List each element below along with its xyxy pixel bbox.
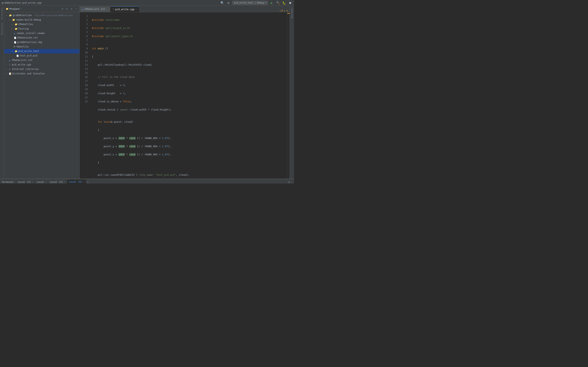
cmake-tab-icon: ▲ [82, 8, 83, 10]
sidebar-item-cmakelists[interactable]: ▲ CMakeLists.txt [4, 58, 79, 62]
folder-icon: 📁 [6, 8, 9, 10]
sidebar-header: 📁 Project ▾ ⊕ ≡ ⚙ − [4, 6, 79, 12]
collapse-all-icon[interactable]: ≡ [65, 7, 69, 11]
run-config[interactable]: pcd_write_test | Debug ▾ [232, 1, 268, 5]
sidebar-item-testing[interactable]: ▸ 📁 Testing [4, 26, 79, 31]
terminal-minimize-icon[interactable]: − [291, 180, 292, 184]
terminal-tab-local3[interactable]: Local (3) ✕ [48, 180, 67, 184]
minimize-sidebar-icon[interactable]: − [74, 7, 78, 11]
chevron-down-icon: ▾ [21, 8, 22, 10]
terminal-local-label: Local [37, 181, 44, 184]
sidebar-item-grabdetection-cbp[interactable]: 📄 grabDetection.cbp [4, 40, 79, 44]
title-bar: grabDetection pcd_write.cpp 🔍 ⚙ pcd_writ… [0, 0, 294, 6]
sidebar-title: 📁 Project ▾ [6, 8, 22, 10]
cmake-tab-label: CMakeLists.txt [85, 8, 105, 11]
terminal-tab-local4[interactable]: Local (4) ✕ [67, 180, 86, 184]
editor-area: ▲ CMakeLists.txt ✕ C pcd_write.cpp ✕ ⚠ 9… [80, 6, 290, 179]
sidebar-item-scratches[interactable]: ▸ 📝 Scratches and Consoles [4, 71, 79, 76]
editor-gutter [287, 12, 290, 179]
tab-bar: ▲ CMakeLists.txt ✕ C pcd_write.cpp ✕ ⚠ 9… [80, 6, 290, 12]
add-terminal-button[interactable]: + [87, 180, 89, 184]
debug-button[interactable]: 🐛 [282, 1, 286, 5]
warning-badge: ⚠ 9 ▾ ∧ [280, 9, 290, 12]
right-panel: Database [290, 6, 294, 179]
search-icon[interactable]: 🔍 [220, 1, 225, 5]
main-layout: Structure Favorites 📁 Project ▾ ⊕ ≡ ⚙ − … [0, 6, 294, 179]
sidebar-actions: ⊕ ≡ ⚙ − [61, 7, 78, 11]
structure-panel-tab[interactable]: Structure [0, 6, 4, 21]
terminal-local4-label: Local (4) [69, 180, 82, 183]
sidebar-title-label: Project [9, 8, 20, 10]
code-editor[interactable]: #include <iostream> #include <pcl/io/pcd… [90, 12, 287, 179]
terminal-local2-label: Local (2) [18, 181, 31, 184]
tab-cmakelists[interactable]: ▲ CMakeLists.txt ✕ [80, 6, 110, 12]
sidebar-item-cmakefiles[interactable]: ▸ 📁 CMakeFiles [4, 22, 79, 26]
terminal-area: Terminal: Local (2) ✕ Local ✕ Local (3) … [0, 179, 294, 184]
sidebar-item-cmake-install[interactable]: ▲ cmake_install.cmake [4, 31, 79, 35]
sidebar-item-makefile-root[interactable]: M Makefile [4, 44, 79, 49]
title-bar-right: 🔍 ⚙ pcd_write_test | Debug ▾ ▶ 🔨 🐛 ⏹ [220, 1, 292, 5]
line-numbers: 12345 678910 1112131415 1617181920 2122 [80, 12, 90, 179]
terminal-local4-close[interactable]: ✕ [83, 181, 84, 183]
sidebar: 📁 Project ▾ ⊕ ≡ ⚙ − ▾ 📁 grabDetection ~/… [4, 6, 80, 179]
tree-settings-icon[interactable]: ⚙ [70, 7, 73, 11]
build-button[interactable]: 🔨 [276, 1, 280, 5]
terminal-tab-bar: Terminal: Local (2) ✕ Local ✕ Local (3) … [0, 179, 294, 184]
sidebar-item-cmakecache[interactable]: 📄 CMakeCache.txt [4, 35, 79, 40]
tab-pcd-write[interactable]: C pcd_write.cpp ✕ [110, 6, 139, 12]
sidebar-item-pcd-write-test[interactable]: ▾ 📁 pcd_write_test [4, 49, 79, 53]
title-bar-left: grabDetection pcd_write.cpp [2, 1, 42, 4]
run-button[interactable]: ▶ [269, 1, 274, 5]
terminal-actions: ⚙ − [288, 180, 292, 184]
project-tree: ▾ 📁 grabDetection ~/CLionProjects/grabDe… [4, 12, 79, 179]
breadcrumb: grabDetection pcd_write.cpp [2, 1, 42, 4]
cpp-tab-label: pcd_write.cpp [115, 8, 134, 11]
chevron-down-icon: ▾ [265, 1, 266, 4]
terminal-label: Terminal: [2, 181, 15, 184]
editor-content: 12345 678910 1112131415 1617181920 2122 … [80, 12, 290, 179]
terminal-tab-local[interactable]: Local ✕ [35, 180, 48, 184]
cmake-tab-close[interactable]: ✕ [106, 8, 108, 10]
sidebar-item-cmake-build-debug[interactable]: ▾ 📁 cmake-build-debug [4, 17, 79, 22]
database-panel-tab[interactable]: Database [290, 6, 294, 20]
sidebar-item-external-libs[interactable]: ▸ ≡ External Libraries [4, 67, 79, 71]
warning-gutter-mark [287, 13, 290, 14]
terminal-settings-icon[interactable]: ⚙ [288, 180, 290, 184]
terminal-local2-close[interactable]: ✕ [32, 181, 33, 183]
run-config-label: pcd_write_test | Debug [234, 1, 264, 4]
sidebar-item-pcd-write-cpp[interactable]: C pcd_write.cpp [4, 62, 79, 67]
tree-root[interactable]: ▾ 📁 grabDetection ~/CLionProjects/grabDe… [4, 13, 79, 17]
left-activity-panel: Structure Favorites [0, 6, 4, 179]
sidebar-item-test-pcd[interactable]: 📄 test_pcd.pcd [4, 53, 79, 58]
stop-button[interactable]: ⏹ [288, 1, 292, 5]
settings-icon[interactable]: ⚙ [226, 1, 231, 5]
warning-icon: ⚠ [280, 9, 281, 12]
terminal-local3-close[interactable]: ✕ [64, 181, 65, 183]
new-file-icon[interactable]: ⊕ [61, 7, 64, 11]
terminal-local-close[interactable]: ✕ [45, 181, 46, 183]
terminal-local3-label: Local (3) [50, 181, 63, 184]
favorites-panel-tab[interactable]: Favorites [0, 21, 4, 37]
terminal-tab-local2[interactable]: Local (2) ✕ [16, 180, 35, 184]
cpp-tab-close[interactable]: ✕ [136, 8, 137, 10]
cpp-tab-icon: C [113, 8, 114, 10]
